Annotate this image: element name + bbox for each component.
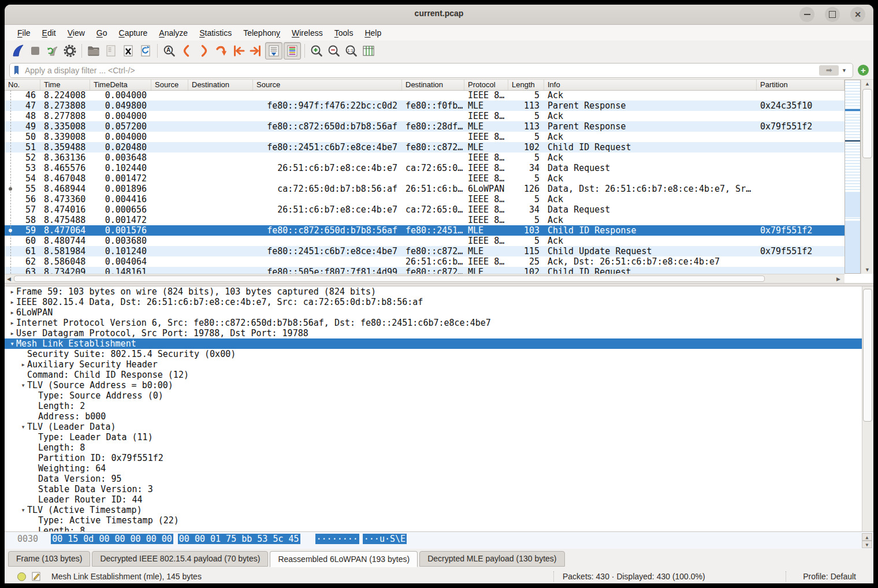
packet-row-49[interactable]: 498.3350080.057200fe80::c872:650d:b7b8:5… (5, 121, 844, 132)
menu-edit[interactable]: Edit (36, 27, 62, 39)
go-to-packet-icon[interactable] (213, 43, 229, 59)
capture-options-icon[interactable] (62, 43, 78, 59)
find-packet-icon[interactable]: A (161, 43, 177, 59)
detail-row[interactable]: Data Version: 95 (5, 474, 873, 484)
scroll-down-arrow-icon[interactable]: ▼ (862, 541, 872, 548)
details-vscrollbar[interactable] (862, 286, 873, 531)
tree-collapsed-arrow-icon[interactable]: ▸ (8, 286, 16, 297)
column-header-destination[interactable]: Destination (188, 80, 253, 90)
go-previous-icon[interactable] (178, 43, 195, 59)
tree-collapsed-arrow-icon[interactable]: ▸ (8, 297, 16, 307)
column-header-partition[interactable]: Partition (757, 80, 844, 90)
go-last-icon[interactable] (248, 43, 264, 59)
tree-collapsed-arrow-icon[interactable]: ▸ (8, 328, 16, 338)
reload-file-icon[interactable] (137, 43, 154, 59)
detail-row[interactable]: ▾TLV (Leader Data) (5, 422, 873, 432)
detail-row[interactable]: ▸6LoWPAN (5, 307, 873, 318)
detail-row[interactable]: Length: 2 (5, 401, 873, 411)
byte-tab-reassembled-6lowpan-193-bytes[interactable]: Reassembled 6LoWPAN (193 bytes) (270, 551, 418, 567)
detail-row[interactable]: Length: 8 (5, 442, 873, 453)
minimize-button[interactable] (799, 7, 814, 22)
hex-row[interactable]: 003000 15 0d 00 00 00 00 0000 00 01 75 b… (5, 534, 407, 545)
expert-info-icon[interactable] (17, 572, 26, 581)
packet-row-61[interactable]: 618.5819840.101240fe80::2451:c6b7:e8ce:4… (5, 246, 844, 256)
detail-row[interactable]: Weighting: 64 (5, 463, 873, 474)
tree-collapsed-arrow-icon[interactable]: ▸ (8, 307, 16, 318)
filter-dropdown-caret-icon[interactable]: ▼ (842, 68, 847, 73)
packet-row-62[interactable]: 628.5860480.00406426:51:c6:b…IEEE 8…25Ac… (5, 256, 844, 267)
packet-row-46[interactable]: 468.2240080.004000IEEE 8…5Ack (5, 90, 844, 101)
packet-row-51[interactable]: 518.3594880.020480fe80::2451:c6b7:e8ce:4… (5, 142, 844, 152)
detail-row[interactable]: ▸User Datagram Protocol, Src Port: 19788… (5, 328, 873, 338)
packet-row-57[interactable]: 578.4740160.00065626:51:c6:b7:e8:ce:4b:e… (5, 204, 844, 215)
detail-row[interactable]: Security Suite: 802.15.4 Security (0x00) (5, 349, 873, 359)
column-header-timedelta[interactable]: TimeDelta (90, 80, 151, 90)
packet-row-54[interactable]: 548.4670480.001472IEEE 8…5Ack (5, 173, 844, 184)
menu-help[interactable]: Help (359, 27, 387, 39)
byte-tab-decrypted-ieee-802-15-4-payload-70-bytes[interactable]: Decrypted IEEE 802.15.4 payload (70 byte… (92, 551, 268, 567)
scroll-down-arrow-icon[interactable]: ▼ (861, 266, 873, 274)
auto-scroll-icon[interactable] (265, 42, 282, 59)
packet-row-53[interactable]: 538.4655760.10244026:51:c6:b7:e8:ce:4b:e… (5, 163, 844, 173)
detail-row[interactable]: ▾TLV (Active Timestamp) (5, 505, 873, 515)
colorize-icon[interactable] (284, 42, 301, 59)
status-profile[interactable]: Profile: Default (803, 572, 856, 581)
detail-row[interactable]: Length: 8 (5, 526, 873, 531)
close-button[interactable]: ✕ (850, 7, 865, 22)
tree-expanded-arrow-icon[interactable]: ▾ (19, 505, 27, 515)
go-next-icon[interactable] (196, 43, 212, 59)
detail-row[interactable]: ▸Internet Protocol Version 6, Src: fe80:… (5, 318, 873, 328)
add-filter-button-plus-icon[interactable]: + (858, 65, 869, 76)
detail-row[interactable]: Stable Data Version: 3 (5, 484, 873, 494)
column-header-source[interactable]: Source (253, 80, 402, 90)
zoom-original-icon[interactable]: 1:1 (343, 43, 359, 59)
scroll-up-arrow-icon[interactable]: ▲ (862, 533, 872, 541)
bookmark-icon[interactable] (12, 65, 21, 75)
detail-row[interactable]: Type: Source Address (0) (5, 390, 873, 401)
tree-expanded-arrow-icon[interactable]: ▾ (8, 338, 16, 349)
detail-row[interactable]: ▸IEEE 802.15.4 Data, Dst: 26:51:c6:b7:e8… (5, 297, 873, 307)
menu-go[interactable]: Go (91, 27, 113, 39)
menu-telephony[interactable]: Telephony (237, 27, 286, 39)
column-header-no[interactable]: No. (5, 80, 40, 90)
detail-row[interactable]: Command: Child ID Response (12) (5, 370, 873, 380)
packet-row-59[interactable]: 598.4770640.001576fe80::c872:650d:b7b8:5… (5, 225, 844, 236)
menu-file[interactable]: File (12, 27, 36, 39)
detail-row[interactable]: ▸Auxiliary Security Header (5, 359, 873, 370)
menu-capture[interactable]: Capture (113, 27, 154, 39)
detail-row[interactable]: ▸Frame 59: 103 bytes on wire (824 bits),… (5, 286, 873, 297)
zoom-in-icon[interactable] (308, 43, 325, 59)
detail-row[interactable]: Leader Router ID: 44 (5, 494, 873, 505)
open-file-icon[interactable] (85, 43, 102, 59)
packet-row-60[interactable]: 608.4807440.003680IEEE 8…5Ack (5, 236, 844, 246)
scroll-up-arrow-icon[interactable]: ▲ (861, 80, 873, 88)
packet-row-47[interactable]: 478.2738080.049800fe80::947f:f476:22bc:c… (5, 101, 844, 111)
packet-row-58[interactable]: 588.4754880.001472IEEE 8…5Ack (5, 215, 844, 225)
packet-row-52[interactable]: 528.3631360.003648IEEE 8…5Ack (5, 152, 844, 163)
apply-filter-icon[interactable]: ➡ (819, 65, 839, 76)
resize-columns-icon[interactable] (360, 43, 377, 59)
tree-expanded-arrow-icon[interactable]: ▾ (19, 380, 27, 390)
column-header-destination[interactable]: Destination (402, 80, 464, 90)
byte-tab-decrypted-mle-payload-130-bytes[interactable]: Decrypted MLE payload (130 bytes) (419, 551, 564, 567)
packet-list-hscroll-thumb[interactable] (14, 276, 765, 282)
packet-row-55[interactable]: 558.4689440.001896ca:72:65:0d:b7:b8:56:a… (5, 184, 844, 194)
packet-row-50[interactable]: 508.3390080.004000IEEE 8…5Ack (5, 132, 844, 142)
menu-wireless[interactable]: Wireless (286, 27, 329, 39)
go-first-icon[interactable] (230, 43, 247, 59)
scroll-left-arrow-icon[interactable]: ◀ (7, 276, 11, 282)
display-filter-input[interactable] (24, 65, 819, 76)
packet-row-56[interactable]: 568.4733600.004416IEEE 8…5Ack (5, 194, 844, 204)
detail-row[interactable]: Address: b000 (5, 411, 873, 422)
detail-row[interactable]: Partition ID: 0x79f551f2 (5, 453, 873, 463)
save-file-icon[interactable] (103, 43, 119, 59)
byte-tab-frame-103-bytes[interactable]: Frame (103 bytes) (8, 551, 90, 567)
details-scroll-thumb[interactable] (863, 289, 872, 422)
packet-list-vscrollbar[interactable]: ▲ ▼ (861, 80, 873, 274)
tree-expanded-arrow-icon[interactable]: ▾ (19, 422, 27, 432)
column-header-info[interactable]: Info (544, 80, 757, 90)
column-header-protocol[interactable]: Protocol (464, 80, 508, 90)
tree-collapsed-arrow-icon[interactable]: ▸ (8, 318, 16, 328)
start-capture-icon[interactable] (10, 43, 26, 59)
detail-row[interactable]: ▾Mesh Link Establishment (5, 338, 873, 349)
